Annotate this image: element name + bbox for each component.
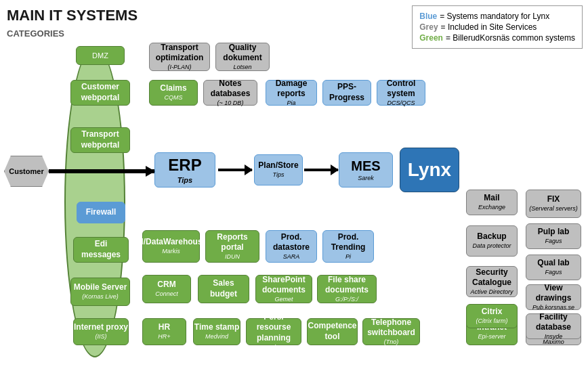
sharepoint-label: SharePoint documents <box>256 275 312 296</box>
mail-box: Mail Exchange <box>466 190 518 215</box>
customer-webportal-label: Customer webportal <box>71 82 129 103</box>
customer-to-erp-arrow <box>49 169 154 173</box>
fix-label: FIX <box>547 194 560 205</box>
edi-messages-box: Edi messages <box>73 237 129 263</box>
view-drawings-sub: Pub.korsnas.se <box>532 304 574 312</box>
firewall-box: Firewall <box>77 202 125 223</box>
view-drawings-box: View drawings Pub.korsnas.se <box>526 284 581 310</box>
fileshare-label: File share documents <box>318 275 376 296</box>
erp-label: ERP <box>168 154 201 175</box>
pulp-lab-box: Pulp lab Fagus <box>526 223 581 249</box>
transport-webportal-box: Transport webportal <box>70 127 130 153</box>
transport-opt-sub: (I-PLAN) <box>167 64 191 72</box>
customer-label: Customer <box>9 167 43 175</box>
qual-lab-label: Qual lab <box>537 258 569 269</box>
customer-hexagon: Customer <box>4 156 49 187</box>
facility-db-sub: Insyde <box>545 333 563 341</box>
sharepoint-sub: Gemet <box>274 296 293 304</box>
dmz-label: DMZ <box>92 51 108 60</box>
backup-box: Backup Data protector <box>466 225 518 257</box>
main-page: MAIN IT SYSTEMS CATEGORIES Blue = System… <box>0 0 588 373</box>
mes-sub: Sarek <box>358 175 374 183</box>
mobile-server-box: Mobile Server (Kornas Live) <box>70 278 130 306</box>
timestamp-box: Time stamp Medvind <box>193 318 240 345</box>
fix-sub: (Serveral servers) <box>529 205 578 213</box>
sharepoint-box: SharePoint documents Gemet <box>255 275 312 303</box>
facility-db-box: Facility database Insyde <box>526 313 581 339</box>
quality-dok-box: Quality dokument Lotsen <box>215 43 270 71</box>
qual-lab-box: Qual lab Fagus <box>526 255 581 280</box>
transport-opt-box: Transport optimization (I-PLAN) <box>149 43 210 71</box>
lynx-label: Lynx <box>408 158 451 182</box>
internet-proxy-box: Internet proxy (IIS) <box>73 318 129 345</box>
citrix-box: Citrix (Citrix farm) <box>466 304 518 328</box>
telephone-label: Telephone switchboard <box>363 317 419 338</box>
notes-db-label: Notes databases <box>204 79 257 100</box>
plan-store-sub: Tips <box>273 171 285 179</box>
edi-messages-label: Edi messages <box>74 239 128 260</box>
planstore-to-erp-arrow <box>218 169 252 171</box>
transport-opt-label: Transport optimization <box>150 43 209 64</box>
mail-label: Mail <box>484 193 499 204</box>
plan-store-box: Plan/Store Tips <box>254 154 303 185</box>
internet-proxy-label: Internet proxy <box>74 322 128 333</box>
bi-datawarehouse-sub: Markis <box>162 248 180 256</box>
quality-dok-sub: Lotsen <box>233 64 251 72</box>
competence-box: Competence tool <box>307 318 358 345</box>
damage-reports-box: Damage reports Pia <box>266 80 317 106</box>
prod-datastore-label: Prod. datastore <box>266 232 316 253</box>
prod-datastore-box: Prod. datastore SARA <box>266 230 317 263</box>
competence-label: Competence tool <box>308 321 357 342</box>
internet-proxy-sub: (IIS) <box>96 333 107 341</box>
prod-trending-box: Prod. Trending Pi <box>322 230 374 263</box>
security-box: Security Catalogue Active Directory <box>466 266 518 297</box>
crm-label: CRM <box>157 280 175 290</box>
view-drawings-label: View drawings <box>526 283 581 304</box>
intranet-sub: Epi-server <box>478 333 505 341</box>
legend: Blue = Systems mandatory for Lynx Grey =… <box>412 5 583 49</box>
mobile-server-label: Mobile Server <box>74 282 127 293</box>
pps-progress-box: PPS-Progress <box>322 80 371 106</box>
legend-grey-label: Grey <box>419 22 438 32</box>
notes-db-sub: (~ 10 DB) <box>217 100 244 108</box>
fix-box: FIX (Serveral servers) <box>526 190 581 218</box>
security-label: Security Catalogue <box>467 267 517 288</box>
hr-box: HR HR+ <box>142 318 186 345</box>
lynx-box: Lynx <box>400 148 459 192</box>
pulp-lab-label: Pulp lab <box>538 227 570 238</box>
legend-green-label: Green <box>419 33 443 43</box>
citrix-sub: (Citrix farm) <box>476 317 508 326</box>
erp-box: ERP Tips <box>154 152 215 188</box>
hr-sub: HR+ <box>158 333 170 341</box>
control-system-sub: DCS/QCS <box>387 100 415 108</box>
pps-progress-label: PPS-Progress <box>323 82 371 103</box>
legend-blue-label: Blue <box>419 12 437 21</box>
timestamp-label: Time stamp <box>194 322 239 333</box>
erp-sub: Tips <box>177 175 192 185</box>
customer-webportal-box: Customer webportal <box>70 80 130 106</box>
qual-lab-sub: Fagus <box>545 269 562 277</box>
claims-label: Claims <box>160 83 186 94</box>
fileshare-sub: G:/P:/S:/ <box>335 296 358 304</box>
sales-budget-label: Sales budget <box>198 278 249 299</box>
timestamp-sub: Medvind <box>205 333 228 341</box>
crm-sub: Connect <box>155 290 178 299</box>
hr-label: HR <box>159 322 170 333</box>
dmz-box: DMZ <box>76 46 125 65</box>
mes-to-planstore-arrow <box>304 169 338 171</box>
bi-datawarehouse-label: BI/DataWarehouse <box>135 237 207 248</box>
mail-sub: Exchange <box>478 204 505 212</box>
page-title: MAIN IT SYSTEMS <box>7 7 138 24</box>
pulp-lab-sub: Fagus <box>545 238 562 246</box>
legend-grey-desc: = Included in Site Services <box>441 22 537 32</box>
claims-box: Claims CQMS <box>149 80 198 106</box>
legend-green-desc: = BillerudKorsnäs common systems <box>446 33 575 43</box>
page-subtitle: CATEGORIES <box>7 28 64 39</box>
pers-resource-sub: Reko <box>266 344 280 352</box>
damage-reports-sub: Pia <box>287 100 295 108</box>
prod-datastore-sub: SARA <box>283 253 300 261</box>
crm-box: CRM Connect <box>142 275 191 303</box>
firewall-label: Firewall <box>86 207 117 218</box>
notes-db-box: Notes databases (~ 10 DB) <box>203 80 257 106</box>
pers-resource-label: Pers. resourse planning <box>247 312 301 344</box>
